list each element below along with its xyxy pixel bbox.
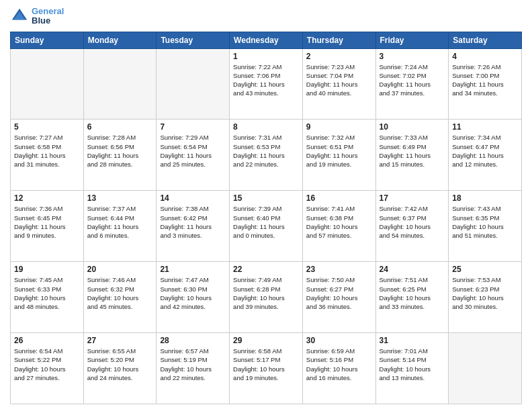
calendar-cell: 18Sunrise: 7:43 AM Sunset: 6:35 PM Dayli… (449, 191, 522, 262)
day-info: Sunrise: 6:57 AM Sunset: 5:19 PM Dayligh… (160, 347, 226, 382)
day-info: Sunrise: 7:39 AM Sunset: 6:40 PM Dayligh… (233, 204, 299, 240)
day-number: 6 (87, 122, 153, 132)
day-number: 17 (380, 193, 445, 203)
day-number: 31 (380, 336, 445, 345)
day-info: Sunrise: 7:43 AM Sunset: 6:35 PM Dayligh… (452, 204, 518, 240)
calendar-cell: 11Sunrise: 7:34 AM Sunset: 6:47 PM Dayli… (449, 120, 522, 191)
calendar-cell (83, 48, 157, 120)
calendar-cell: 17Sunrise: 7:42 AM Sunset: 6:37 PM Dayli… (375, 191, 449, 262)
day-info: Sunrise: 7:26 AM Sunset: 7:00 PM Dayligh… (452, 62, 518, 98)
day-info: Sunrise: 7:41 AM Sunset: 6:38 PM Dayligh… (306, 204, 372, 240)
day-number: 3 (380, 52, 445, 61)
calendar-cell: 16Sunrise: 7:41 AM Sunset: 6:38 PM Dayli… (302, 191, 375, 262)
day-info: Sunrise: 7:01 AM Sunset: 5:14 PM Dayligh… (380, 347, 445, 382)
calendar-cell: 7Sunrise: 7:29 AM Sunset: 6:54 PM Daylig… (157, 120, 230, 191)
calendar-cell: 26Sunrise: 6:54 AM Sunset: 5:22 PM Dayli… (11, 333, 84, 404)
calendar-cell: 9Sunrise: 7:32 AM Sunset: 6:51 PM Daylig… (302, 120, 375, 191)
calendar-cell: 27Sunrise: 6:55 AM Sunset: 5:20 PM Dayli… (83, 333, 157, 404)
calendar-cell: 13Sunrise: 7:37 AM Sunset: 6:44 PM Dayli… (83, 191, 157, 262)
calendar-cell: 22Sunrise: 7:49 AM Sunset: 6:28 PM Dayli… (230, 262, 303, 333)
weekday-saturday: Saturday (449, 32, 522, 48)
day-info: Sunrise: 7:37 AM Sunset: 6:44 PM Dayligh… (87, 204, 153, 240)
calendar-cell: 8Sunrise: 7:31 AM Sunset: 6:53 PM Daylig… (230, 120, 303, 191)
day-info: Sunrise: 7:27 AM Sunset: 6:58 PM Dayligh… (14, 133, 80, 169)
week-row-3: 12Sunrise: 7:36 AM Sunset: 6:45 PM Dayli… (11, 191, 522, 262)
day-number: 30 (306, 336, 372, 345)
logo-icon (10, 7, 29, 26)
day-number: 10 (380, 122, 445, 132)
day-number: 29 (233, 336, 299, 345)
day-number: 9 (306, 122, 372, 132)
weekday-wednesday: Wednesday (230, 32, 303, 48)
day-number: 27 (87, 336, 153, 345)
weekday-friday: Friday (375, 32, 449, 48)
day-info: Sunrise: 6:55 AM Sunset: 5:20 PM Dayligh… (87, 347, 153, 382)
day-number: 13 (87, 193, 153, 203)
day-number: 21 (160, 265, 226, 274)
logo: General Blue (10, 7, 64, 26)
calendar-cell: 4Sunrise: 7:26 AM Sunset: 7:00 PM Daylig… (449, 48, 522, 120)
calendar-cell: 25Sunrise: 7:53 AM Sunset: 6:23 PM Dayli… (449, 262, 522, 333)
day-info: Sunrise: 7:47 AM Sunset: 6:30 PM Dayligh… (160, 275, 226, 311)
week-row-4: 19Sunrise: 7:45 AM Sunset: 6:33 PM Dayli… (11, 262, 522, 333)
day-number: 28 (160, 336, 226, 345)
weekday-tuesday: Tuesday (157, 32, 230, 48)
calendar-cell: 31Sunrise: 7:01 AM Sunset: 5:14 PM Dayli… (375, 333, 449, 404)
calendar-cell: 19Sunrise: 7:45 AM Sunset: 6:33 PM Dayli… (11, 262, 84, 333)
calendar-body: 1Sunrise: 7:22 AM Sunset: 7:06 PM Daylig… (11, 48, 522, 404)
day-info: Sunrise: 7:28 AM Sunset: 6:56 PM Dayligh… (87, 133, 153, 169)
day-info: Sunrise: 7:38 AM Sunset: 6:42 PM Dayligh… (160, 204, 226, 240)
calendar-cell: 29Sunrise: 6:58 AM Sunset: 5:17 PM Dayli… (230, 333, 303, 404)
day-number: 5 (14, 122, 80, 132)
calendar-cell (157, 48, 230, 120)
day-info: Sunrise: 7:45 AM Sunset: 6:33 PM Dayligh… (14, 275, 80, 311)
day-number: 2 (306, 52, 372, 61)
day-info: Sunrise: 7:53 AM Sunset: 6:23 PM Dayligh… (452, 275, 518, 311)
day-number: 8 (233, 122, 299, 132)
day-info: Sunrise: 7:29 AM Sunset: 6:54 PM Dayligh… (160, 133, 226, 169)
day-info: Sunrise: 7:46 AM Sunset: 6:32 PM Dayligh… (87, 275, 153, 311)
day-info: Sunrise: 7:31 AM Sunset: 6:53 PM Dayligh… (233, 133, 299, 169)
day-number: 26 (14, 336, 80, 345)
day-number: 23 (306, 265, 372, 274)
day-number: 11 (452, 122, 518, 132)
day-number: 25 (452, 265, 518, 274)
logo-text: General Blue (32, 7, 64, 26)
calendar-cell: 14Sunrise: 7:38 AM Sunset: 6:42 PM Dayli… (157, 191, 230, 262)
day-info: Sunrise: 7:33 AM Sunset: 6:49 PM Dayligh… (380, 133, 445, 169)
day-info: Sunrise: 7:36 AM Sunset: 6:45 PM Dayligh… (14, 204, 80, 240)
week-row-5: 26Sunrise: 6:54 AM Sunset: 5:22 PM Dayli… (11, 333, 522, 404)
calendar-cell: 20Sunrise: 7:46 AM Sunset: 6:32 PM Dayli… (83, 262, 157, 333)
day-info: Sunrise: 7:34 AM Sunset: 6:47 PM Dayligh… (452, 133, 518, 169)
day-info: Sunrise: 7:51 AM Sunset: 6:25 PM Dayligh… (380, 275, 445, 311)
day-number: 1 (233, 52, 299, 61)
calendar-cell: 15Sunrise: 7:39 AM Sunset: 6:40 PM Dayli… (230, 191, 303, 262)
day-number: 16 (306, 193, 372, 203)
day-info: Sunrise: 7:23 AM Sunset: 7:04 PM Dayligh… (306, 62, 372, 98)
weekday-header-row: SundayMondayTuesdayWednesdayThursdayFrid… (11, 32, 522, 48)
calendar-cell (449, 333, 522, 404)
calendar-cell: 24Sunrise: 7:51 AM Sunset: 6:25 PM Dayli… (375, 262, 449, 333)
day-info: Sunrise: 6:58 AM Sunset: 5:17 PM Dayligh… (233, 347, 299, 382)
calendar-cell: 12Sunrise: 7:36 AM Sunset: 6:45 PM Dayli… (11, 191, 84, 262)
day-info: Sunrise: 7:22 AM Sunset: 7:06 PM Dayligh… (233, 62, 299, 98)
calendar-cell: 10Sunrise: 7:33 AM Sunset: 6:49 PM Dayli… (375, 120, 449, 191)
calendar-cell: 23Sunrise: 7:50 AM Sunset: 6:27 PM Dayli… (302, 262, 375, 333)
weekday-thursday: Thursday (302, 32, 375, 48)
calendar-cell (11, 48, 84, 120)
calendar-cell: 1Sunrise: 7:22 AM Sunset: 7:06 PM Daylig… (230, 48, 303, 120)
calendar-cell: 3Sunrise: 7:24 AM Sunset: 7:02 PM Daylig… (375, 48, 449, 120)
day-info: Sunrise: 7:42 AM Sunset: 6:37 PM Dayligh… (380, 204, 445, 240)
calendar-cell: 21Sunrise: 7:47 AM Sunset: 6:30 PM Dayli… (157, 262, 230, 333)
calendar-cell: 6Sunrise: 7:28 AM Sunset: 6:56 PM Daylig… (83, 120, 157, 191)
day-info: Sunrise: 7:50 AM Sunset: 6:27 PM Dayligh… (306, 275, 372, 311)
week-row-1: 1Sunrise: 7:22 AM Sunset: 7:06 PM Daylig… (11, 48, 522, 120)
day-number: 24 (380, 265, 445, 274)
day-info: Sunrise: 7:24 AM Sunset: 7:02 PM Dayligh… (380, 62, 445, 98)
weekday-monday: Monday (83, 32, 157, 48)
day-info: Sunrise: 6:54 AM Sunset: 5:22 PM Dayligh… (14, 347, 80, 382)
calendar-table: SundayMondayTuesdayWednesdayThursdayFrid… (10, 32, 522, 404)
day-number: 15 (233, 193, 299, 203)
calendar-cell: 30Sunrise: 6:59 AM Sunset: 5:16 PM Dayli… (302, 333, 375, 404)
calendar-cell: 28Sunrise: 6:57 AM Sunset: 5:19 PM Dayli… (157, 333, 230, 404)
